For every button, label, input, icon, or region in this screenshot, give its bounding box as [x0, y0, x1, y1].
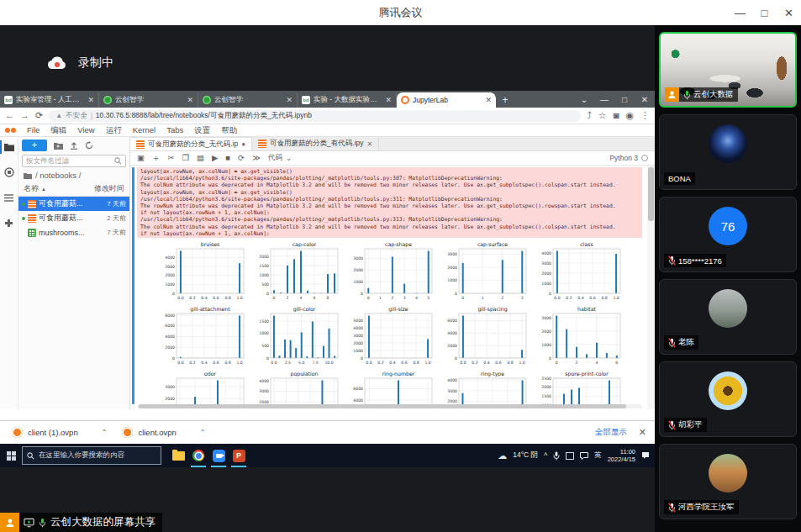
file-row[interactable]: 可食用蘑菇...2 天前	[18, 211, 129, 225]
menu-0[interactable]: File	[27, 125, 40, 136]
chrome-tab-3[interactable]: bd实验 - 大数据实验平台✕	[298, 92, 397, 108]
tab-close-icon[interactable]: ✕	[385, 96, 392, 104]
svg-text:gill-size: gill-size	[388, 306, 408, 313]
taskbar-search-input[interactable]: 在这里输入你要搜索的内容	[22, 446, 161, 465]
cell-type-dropdown[interactable]: 代码 ⌄	[268, 153, 292, 163]
taskbar-clock[interactable]: 11:00 2022/4/15	[608, 448, 635, 464]
minimize-button[interactable]: —	[728, 0, 752, 25]
add-cell-icon[interactable]: ＋	[152, 154, 161, 162]
horizontal-scrollbar[interactable]	[137, 404, 642, 408]
action-center-icon[interactable]	[641, 451, 650, 460]
menu-7[interactable]: 帮助	[221, 125, 237, 136]
microphone-tray-icon[interactable]	[553, 451, 560, 461]
start-button[interactable]	[0, 444, 22, 467]
show-all-downloads-button[interactable]: 全部显示	[595, 427, 627, 438]
extensions-icon[interactable]	[3, 217, 15, 229]
participant-tile[interactable]: 76158****2176	[659, 197, 797, 272]
file-row[interactable]: mushrooms...7 天前	[18, 225, 129, 240]
vertical-scrollbar[interactable]	[647, 166, 655, 409]
kernel-name[interactable]: Python 3	[609, 154, 638, 162]
new-tab-button[interactable]: +	[496, 92, 514, 108]
menu-5[interactable]: Tabs	[166, 125, 183, 136]
address-bar[interactable]: ▲ 不安全 | 10.30.76.5:8888/lab/tree/noteboo…	[49, 110, 581, 122]
ime-indicator[interactable]: 英	[594, 450, 602, 461]
save-icon[interactable]: ▣	[137, 154, 145, 162]
stop-icon[interactable]: ■	[225, 154, 230, 162]
svg-text:1000: 1000	[353, 280, 363, 284]
tray-expand-icon[interactable]: ^	[544, 451, 547, 460]
reload-icon[interactable]: ⟳	[35, 111, 43, 120]
file-explorer-icon[interactable]	[168, 444, 188, 467]
maximize-button[interactable]: □	[752, 0, 777, 25]
restart-kernel-icon[interactable]: ⟳	[238, 154, 245, 162]
participant-tile[interactable]: 云创大数据	[659, 32, 797, 108]
tencent-meeting-taskbar-icon[interactable]	[208, 444, 229, 467]
powerpoint-taskbar-icon[interactable]: P	[229, 444, 249, 467]
chrome-minimize-button[interactable]: —	[594, 91, 614, 108]
download-item-0[interactable]: client (1).ovpn⌃	[8, 421, 119, 444]
chrome-tab-1[interactable]: 云创智学✕	[99, 92, 198, 108]
tab-close-icon[interactable]: ✕	[87, 96, 94, 104]
chrome-tab-0[interactable]: bd实验室管理 - 人工智能实验平台✕	[0, 92, 99, 108]
user-icon[interactable]: ◉	[625, 111, 634, 120]
menu-1[interactable]: 编辑	[50, 125, 66, 136]
chrome-maximize-button[interactable]: □	[614, 91, 635, 108]
file-row[interactable]: 可食用蘑菇...7 天前	[18, 197, 129, 211]
menu-6[interactable]: 设置	[194, 125, 210, 136]
filter-files-input[interactable]: 按文件名过滤	[22, 155, 126, 167]
restart-run-all-icon[interactable]: ≫	[252, 154, 261, 162]
participant-name: 云创大数据	[693, 89, 734, 100]
menu-2[interactable]: View	[77, 125, 94, 136]
file-list-header[interactable]: 名称 ▲ 修改时间	[18, 182, 129, 197]
svg-text:2000: 2000	[165, 345, 175, 350]
upload-icon[interactable]	[70, 141, 78, 150]
chrome-tab-4[interactable]: JupyterLab✕	[397, 92, 496, 108]
table-of-contents-icon[interactable]	[3, 192, 15, 203]
notebook-content[interactable]: layout[ax.rowNum, ax.colNum] = ax.get_vi…	[130, 166, 655, 409]
menu-4[interactable]: Kernel	[133, 125, 155, 136]
downloads-close-icon[interactable]: ✕	[639, 427, 646, 438]
tab-close-icon[interactable]: ✕	[187, 96, 193, 104]
participant-tile[interactable]: 老陈	[659, 279, 797, 355]
breadcrumb[interactable]: / notebooks /	[18, 168, 129, 182]
bookmark-star-icon[interactable]: ☆	[598, 111, 607, 120]
download-caret-icon[interactable]: ⌃	[102, 429, 108, 436]
participant-tile[interactable]: 河西学院王汝军	[659, 444, 797, 519]
svg-text:0: 0	[172, 356, 175, 361]
close-button[interactable]: ✕	[777, 0, 801, 25]
forward-icon[interactable]: →	[20, 111, 29, 120]
download-item-1[interactable]: client.ovpn⌃	[119, 421, 217, 444]
running-kernels-icon[interactable]	[3, 166, 15, 178]
refresh-icon[interactable]	[85, 141, 93, 150]
download-caret-icon[interactable]: ⌃	[200, 429, 206, 436]
menu-3[interactable]: 运行	[106, 125, 122, 136]
display-tray-icon[interactable]	[566, 452, 574, 460]
chrome-window-controls: ⌄ — □ ✕	[574, 91, 655, 108]
screen-share-banner: 云创大数据的屏幕共享	[0, 513, 162, 532]
back-icon[interactable]: ←	[5, 111, 14, 120]
copy-icon[interactable]: ❐	[182, 154, 189, 162]
chrome-close-button[interactable]: ✕	[635, 91, 655, 108]
file-browser-icon[interactable]	[3, 141, 15, 153]
participant-tile[interactable]: BONA	[659, 114, 797, 190]
weather-label[interactable]: 14°C 阴	[513, 450, 538, 461]
tab-search-icon[interactable]: ⌄	[574, 91, 594, 108]
chrome-tab-2[interactable]: 云创智学✕	[198, 92, 298, 108]
chrome-menu-icon[interactable]: ⋮	[640, 111, 650, 120]
doc-tab-1[interactable]: 可食用蘑菇的分类_有代码.ipy✕	[252, 137, 379, 150]
new-folder-icon[interactable]	[54, 142, 63, 150]
paste-icon[interactable]: ▤	[197, 154, 204, 162]
share-icon[interactable]: ⤴	[587, 111, 592, 120]
chrome-taskbar-icon[interactable]	[188, 444, 208, 467]
chat-tray-icon[interactable]	[580, 452, 588, 460]
tab-close-icon[interactable]: ✕	[485, 96, 492, 104]
cut-icon[interactable]: ✂	[167, 154, 174, 162]
run-icon[interactable]: ▶	[212, 154, 218, 162]
participant-tile[interactable]: 胡彩平	[659, 361, 797, 437]
warning-line: The colNum attribute was deprecated in M…	[140, 224, 639, 230]
doc-tab-close-icon[interactable]: ✕	[367, 140, 373, 148]
tab-close-icon[interactable]: ✕	[286, 96, 292, 104]
profile-avatar-icon[interactable]: ◙	[614, 111, 619, 120]
doc-tab-0[interactable]: 可食用蘑菇的分类_无代码.ip●	[130, 137, 252, 150]
new-launcher-button[interactable]: +	[22, 140, 47, 151]
